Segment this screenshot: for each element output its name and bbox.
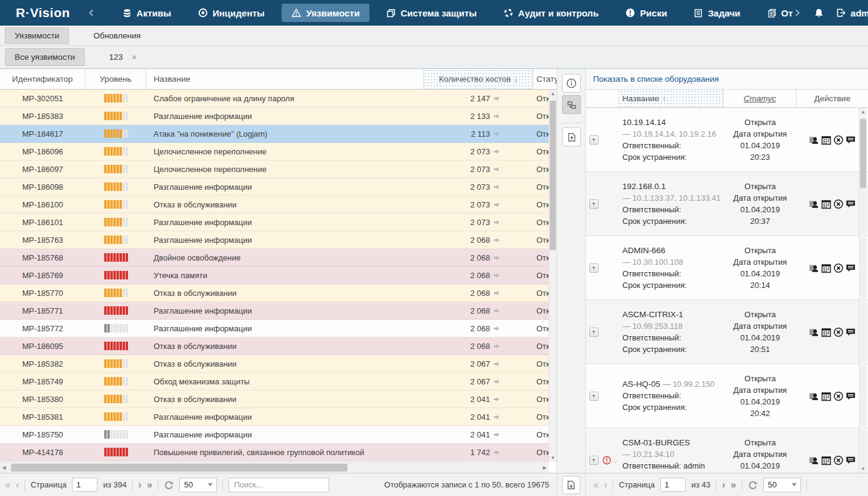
page-size-select[interactable]: 50 [179,478,217,492]
vertical-scrollbar[interactable]: ▲ ▼ [859,108,867,473]
cancel-icon[interactable] [833,455,844,465]
page-number-input[interactable] [72,478,98,492]
comment-icon[interactable] [845,391,856,401]
equipment-row[interactable]: +192.168.0.1— 10.1.133.37, 10.1.133.41,О… [586,172,868,236]
assign-user-icon[interactable] [809,135,819,145]
tab-vulnerabilities[interactable]: Уязвимости [5,27,69,44]
refresh-icon[interactable] [748,480,758,490]
close-icon[interactable]: × [132,52,137,62]
cancel-icon[interactable] [833,327,844,337]
vuln-row[interactable]: MP-184617Атака "на понижение" (Logjam)2 … [0,125,557,143]
column-header-level[interactable]: Уровень [85,69,146,89]
nav-item-2[interactable]: Инциденты [188,4,274,22]
expand-plus-icon[interactable]: + [589,264,599,273]
assign-user-icon[interactable] [809,327,819,337]
scroll-up-icon[interactable]: ▲ [549,90,557,98]
calendar-icon[interactable] [821,327,831,337]
scroll-right-icon[interactable]: ▶ [541,462,549,473]
calendar-icon[interactable] [821,135,831,145]
vertical-scrollbar[interactable]: ▲ ▼ [549,90,557,462]
vuln-row[interactable]: MP-185768Двойное освобождение2 068Открыт… [0,249,557,267]
calendar-icon[interactable] [821,263,831,273]
expand-plus-icon[interactable]: + [589,135,599,145]
nav-item-3[interactable]: Уязвимости [282,4,369,22]
host-link-arrow-icon[interactable] [493,201,500,208]
host-link-arrow-icon[interactable] [493,396,500,403]
nav-item-1[interactable]: Активы [113,4,181,22]
assign-user-icon[interactable] [809,455,819,465]
vuln-row[interactable]: MP-186096Целочисленное переполнение2 073… [0,143,557,160]
vuln-row[interactable]: MP-186098Разглашение информации2 073Откр… [0,178,557,196]
search-input[interactable] [229,478,329,492]
column-header-name[interactable]: Название ↑ [617,90,724,107]
last-page-button[interactable]: » [147,480,152,490]
prev-page-button[interactable]: ‹ [16,480,19,490]
host-link-arrow-icon[interactable] [493,343,500,350]
download-button[interactable] [562,476,580,494]
host-link-arrow-icon[interactable] [493,219,500,226]
cancel-icon[interactable] [833,263,844,273]
scroll-up-icon[interactable]: ▲ [859,108,867,116]
vuln-row[interactable]: MP-185749Обход механизма защиты2 067Откр… [0,373,557,390]
host-link-arrow-icon[interactable] [493,131,500,137]
vuln-row[interactable]: MP-185769Утечка памяти2 068Открыта [0,267,557,284]
prev-page-button[interactable]: ‹ [604,480,607,490]
equipment-row[interactable]: +..CSM-01-BURGES— 10.21.34.10Ответственн… [586,428,868,473]
host-link-arrow-icon[interactable] [493,449,500,456]
host-link-arrow-icon[interactable] [493,290,500,297]
host-link-arrow-icon[interactable] [493,325,500,332]
info-button[interactable] [562,74,581,93]
related-equipment-button[interactable] [562,95,581,114]
horizontal-scrollbar[interactable]: ◀ ▶ [0,462,549,473]
filter-all-vulnerabilities[interactable]: Все уязвимости [5,48,85,66]
host-link-arrow-icon[interactable] [493,113,500,120]
host-link-arrow-icon[interactable] [493,272,500,279]
calendar-icon[interactable] [821,199,831,209]
tab-updates[interactable]: Обновления [84,27,151,44]
scrollbar-thumb[interactable] [860,119,866,188]
scroll-left-icon[interactable]: ◀ [0,462,8,473]
column-header-status[interactable]: Статус [533,69,557,89]
vuln-row[interactable]: MP-185763Разглашение информации2 068Откр… [0,231,557,249]
assign-user-icon[interactable] [809,391,819,401]
nav-item-5[interactable]: Аудит и контроль [494,4,608,22]
vuln-row[interactable]: MP-185383Разглашение информации2 133Откр… [0,107,557,125]
calendar-icon[interactable] [821,455,831,465]
vuln-row[interactable]: MP-186095Отказ в обслуживании2 068Открыт… [0,337,557,355]
vuln-row[interactable]: MP-185380Отказ в обслуживании2 041Открыт… [0,390,557,408]
column-header-identifier[interactable]: Идентификатор [0,69,85,89]
page-number-input[interactable] [660,478,686,492]
vuln-row[interactable]: MP-302051Слабое ограничение на длину пар… [0,90,557,107]
nav-collapse-right-icon[interactable] [793,9,802,17]
next-page-button[interactable]: › [138,480,141,490]
cancel-icon[interactable] [833,199,844,209]
host-link-arrow-icon[interactable] [493,148,500,155]
column-header-status[interactable]: Статус [724,90,797,107]
calendar-icon[interactable] [821,391,831,401]
comment-icon[interactable] [845,199,856,209]
expand-plus-icon[interactable]: + [589,392,599,401]
export-button[interactable] [562,128,581,146]
last-page-button[interactable]: » [731,480,736,490]
page-size-select[interactable]: 50 [763,478,801,492]
nav-item-7[interactable]: Задачи [684,4,750,22]
user-menu[interactable]: admin [836,8,868,18]
nav-collapse-left-icon[interactable] [87,9,96,17]
vuln-row[interactable]: MP-186097Целочисленное переполнение2 073… [0,160,557,178]
first-page-button[interactable]: « [593,480,599,490]
equipment-row[interactable]: +ASCM-CITRIX-1— 10.99.253.118Ответственн… [586,300,868,364]
equipment-row[interactable]: +AS-HQ-05 — 10.99.2.150Ответственный:Сро… [586,364,868,428]
vuln-row[interactable]: MP-186100Отказ в обслуживании2 073Открыт… [0,196,557,214]
assign-user-icon[interactable] [809,263,819,273]
expand-plus-icon[interactable]: + [589,456,599,465]
vuln-row[interactable]: MP-185382Отказ в обслуживании2 067Открыт… [0,355,557,373]
comment-icon[interactable] [845,327,856,337]
host-link-arrow-icon[interactable] [493,414,500,420]
cancel-icon[interactable] [833,391,844,401]
scrollbar-thumb[interactable] [11,464,347,472]
vuln-row[interactable]: MP-185772Разглашение информации2 068Откр… [0,320,557,337]
vuln-row[interactable]: MP-185381Разглашение информации2 041Откр… [0,408,557,426]
cancel-icon[interactable] [833,135,844,145]
comment-icon[interactable] [845,135,856,145]
nav-item-4[interactable]: Система защиты [377,4,486,22]
